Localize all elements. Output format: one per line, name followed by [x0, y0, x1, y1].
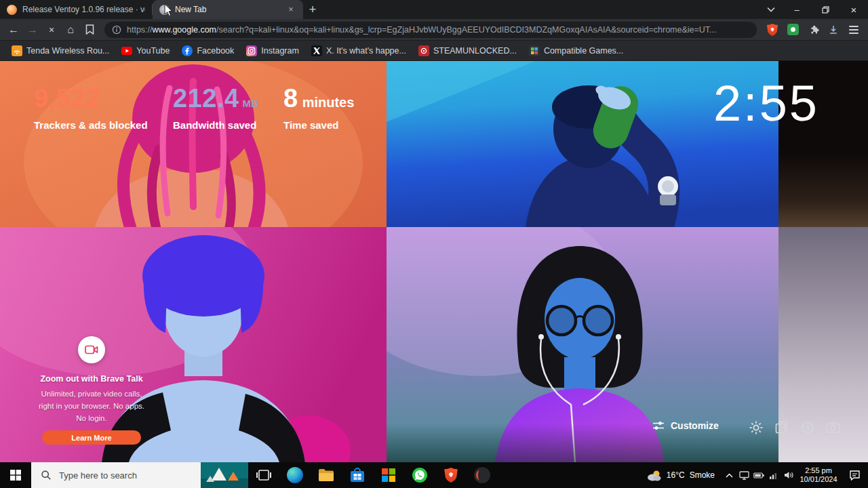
- bookmark-tenda[interactable]: Tenda Wireless Rou...: [5, 41, 115, 61]
- tab-search-chevron-icon[interactable]: [760, 0, 783, 19]
- bookmark-compatible-games[interactable]: Compatible Games...: [523, 41, 629, 61]
- new-tab-page: 9,522 Trackers & ads blocked 212.4MB Ban…: [0, 61, 868, 462]
- bookmark-steamunlocked[interactable]: STEAMUNLOCKED...: [412, 41, 523, 61]
- tray-volume-icon[interactable]: [781, 462, 796, 488]
- instagram-favicon: [246, 45, 257, 56]
- tab-ventoy[interactable]: Release Ventoy 1.0.96 release · ventoy..…: [0, 0, 152, 19]
- steamunlocked-favicon: [418, 45, 429, 56]
- taskbar-date: 10/01/2024: [798, 475, 839, 485]
- clock: 2:55: [713, 79, 819, 129]
- start-button[interactable]: [0, 462, 31, 488]
- search-icon: [41, 470, 52, 481]
- tab-close-icon[interactable]: ×: [285, 4, 296, 15]
- brave-shield-icon[interactable]: [764, 21, 781, 39]
- tray-network-icon[interactable]: [766, 462, 781, 488]
- weather-condition: Smoke: [690, 470, 715, 480]
- app-icon-tiles[interactable]: [373, 462, 404, 488]
- video-camera-icon: [78, 336, 105, 363]
- microsoft-store-app-icon[interactable]: [342, 462, 373, 488]
- promo-title: Zoom out with Brave Talk: [38, 374, 145, 384]
- stat-label: Trackers & ads blocked: [34, 119, 148, 131]
- new-tab-actions: [749, 420, 840, 434]
- windows-taskbar: 16°C Smoke 2:55 pm 10/01/2024: [0, 462, 868, 488]
- stat-time-saved: 8minutes Time saved: [283, 85, 354, 131]
- taskbar-time: 2:55 pm: [798, 466, 839, 476]
- toolbar: ← → × ⌂ https://www.google.com/search?q=…: [0, 19, 868, 41]
- stat-trackers-blocked: 9,522 Trackers & ads blocked: [34, 85, 148, 131]
- system-tray: 16°C Smoke 2:55 pm 10/01/2024: [640, 462, 868, 488]
- taskbar-search-box[interactable]: [31, 462, 248, 488]
- stat-unit: MB: [243, 98, 258, 109]
- background-art-person-glasses: [387, 227, 778, 462]
- stat-value: 8: [283, 84, 298, 113]
- search-input[interactable]: [58, 470, 173, 481]
- whatsapp-app-icon[interactable]: [404, 462, 435, 488]
- stat-bandwidth-saved: 212.4MB Bandwidth saved: [173, 85, 258, 131]
- hidden-icons-chevron[interactable]: [722, 462, 736, 488]
- taskbar-clock[interactable]: 2:55 pm 10/01/2024: [796, 466, 841, 485]
- extensions-puzzle-icon[interactable]: [804, 21, 822, 39]
- cards-icon[interactable]: [774, 420, 789, 434]
- home-icon[interactable]: ⌂: [61, 20, 80, 39]
- address-bar[interactable]: https://www.google.com/search?q=kali+lin…: [104, 22, 757, 38]
- task-view-button[interactable]: [248, 462, 279, 488]
- forward-icon[interactable]: →: [23, 20, 42, 39]
- extension-icon-green[interactable]: [784, 21, 802, 39]
- edge-app-icon[interactable]: [279, 462, 311, 488]
- back-icon[interactable]: ←: [4, 20, 23, 39]
- bookmark-label: YouTube: [136, 46, 170, 56]
- bookmarks-bar: Tenda Wireless Rou... YouTube Facebook I…: [0, 41, 868, 61]
- restore-button[interactable]: [811, 0, 840, 19]
- bookmark-facebook[interactable]: Facebook: [176, 41, 240, 61]
- new-tab-button[interactable]: +: [303, 0, 322, 19]
- bookmark-label: X. It's what's happe...: [326, 46, 406, 56]
- stat-label: Time saved: [283, 119, 354, 131]
- stat-unit: minutes: [302, 95, 355, 110]
- bookmark-youtube[interactable]: YouTube: [115, 41, 176, 61]
- file-explorer-app-icon[interactable]: [311, 462, 342, 488]
- search-highlight-image[interactable]: [201, 462, 248, 488]
- tab-favicon: [7, 5, 17, 15]
- facebook-favicon: [182, 45, 193, 56]
- stat-value: 9,522: [34, 84, 100, 113]
- menu-icon[interactable]: [845, 21, 863, 39]
- history-icon[interactable]: [800, 420, 814, 434]
- action-center-icon[interactable]: [841, 462, 868, 488]
- stat-value: 212.4: [173, 84, 239, 113]
- tab-label: Release Ventoy 1.0.96 release · ventoy..…: [22, 5, 145, 14]
- compatible-games-favicon: [529, 45, 540, 56]
- bookmarks-ribbon-icon[interactable]: [80, 20, 99, 39]
- settings-gear-icon[interactable]: [749, 420, 763, 434]
- downloads-icon[interactable]: [825, 21, 842, 39]
- weather-widget[interactable]: 16°C Smoke: [640, 462, 722, 488]
- tray-battery-icon[interactable]: [751, 462, 766, 488]
- customize-label: Customize: [671, 420, 719, 431]
- background-camera-icon[interactable]: [826, 420, 840, 434]
- bookmark-x[interactable]: X. It's what's happe...: [305, 41, 412, 61]
- bookmark-label: Compatible Games...: [544, 46, 623, 56]
- tray-display-icon[interactable]: [736, 462, 751, 488]
- stop-icon[interactable]: ×: [42, 20, 61, 39]
- sliders-icon: [652, 420, 665, 431]
- site-info-icon[interactable]: [112, 25, 121, 35]
- tab-label: New Tab: [175, 5, 280, 14]
- stat-label: Bandwidth saved: [173, 119, 258, 131]
- windows-logo-icon: [10, 470, 21, 481]
- minimize-button[interactable]: –: [783, 0, 811, 19]
- brave-talk-promo: Zoom out with Brave Talk Unlimited, priv…: [38, 336, 145, 445]
- weather-temp: 16°C: [667, 470, 685, 480]
- learn-more-button[interactable]: Learn More: [42, 430, 141, 445]
- bookmark-label: Tenda Wireless Rou...: [26, 46, 109, 56]
- close-window-button[interactable]: ×: [840, 0, 868, 19]
- customize-button[interactable]: Customize: [652, 420, 719, 431]
- url-text[interactable]: https://www.google.com/search?q=kali+lin…: [127, 25, 749, 35]
- promo-body: Unlimited, private video calls, right in…: [38, 388, 145, 424]
- app-icon-dark-circle[interactable]: [467, 462, 498, 488]
- browser-window: Release Ventoy 1.0.96 release · ventoy..…: [0, 0, 868, 488]
- brave-app-icon[interactable]: [435, 462, 467, 488]
- youtube-favicon: [121, 45, 132, 56]
- tenda-favicon: [12, 45, 22, 56]
- tab-new-tab[interactable]: New Tab ×: [153, 0, 303, 19]
- bookmark-instagram[interactable]: Instagram: [240, 41, 305, 61]
- weather-icon: [647, 469, 662, 481]
